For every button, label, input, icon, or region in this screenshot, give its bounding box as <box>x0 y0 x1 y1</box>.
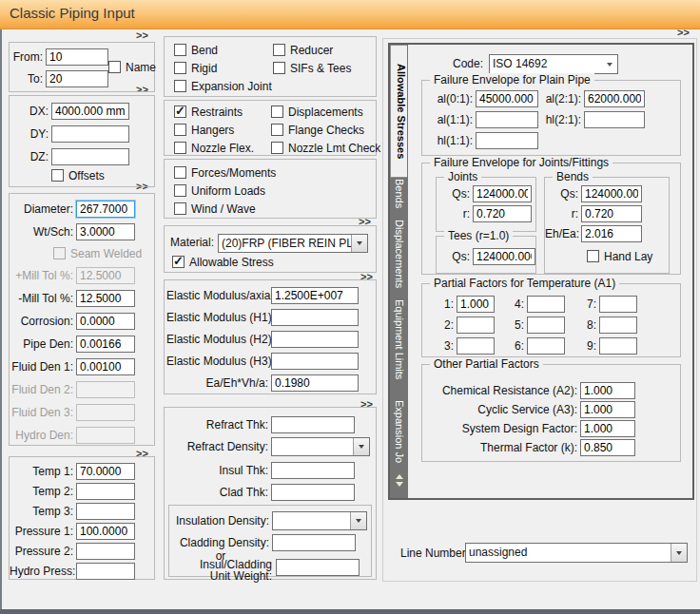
offsets-checkbox-row[interactable]: Offsets <box>51 169 105 182</box>
1-input[interactable] <box>457 296 495 313</box>
r-input[interactable] <box>581 205 642 222</box>
al-2-1-input[interactable] <box>584 90 645 107</box>
5-input[interactable] <box>527 317 565 334</box>
wt-sch-label: Wt/Sch: <box>10 225 76 239</box>
line-number-select[interactable]: unassigned <box>465 543 688 563</box>
pressure-2-input[interactable] <box>76 543 135 560</box>
dropdown-arrow-icon[interactable] <box>350 512 366 529</box>
insulation-density-select[interactable] <box>272 511 367 530</box>
9-input[interactable] <box>599 337 637 355</box>
hangers-checkbox-row[interactable]: Hangers <box>174 124 254 136</box>
unit-weight-input[interactable] <box>276 559 360 576</box>
2-input[interactable] <box>457 317 495 334</box>
plain-pipe-title: Failure Envelope for Plain Pipe <box>430 73 594 86</box>
mill-tol-input[interactable] <box>76 290 135 307</box>
chemical-resistance-a2-input[interactable] <box>580 382 635 399</box>
bend-checkbox-row[interactable]: Bend <box>174 44 272 56</box>
qs-input[interactable] <box>581 185 642 202</box>
dropdown-arrow-icon[interactable] <box>351 235 367 252</box>
tab-equipment-limits[interactable]: Equipment Limits <box>394 299 405 379</box>
tab-bends[interactable]: Bends <box>394 179 405 208</box>
expand-chevron-right[interactable]: >> <box>677 27 690 38</box>
allowable-stress-checkbox-row[interactable]: Allowable Stress <box>172 256 274 268</box>
name-checkbox-row[interactable]: Name <box>108 61 156 73</box>
elastic-modulus-h3-input[interactable] <box>271 353 359 370</box>
restraints-checkbox-row[interactable]: Restraints <box>174 106 254 118</box>
thermal-factor-k-input[interactable] <box>580 439 635 456</box>
7-input[interactable] <box>599 296 637 313</box>
elastic-modulus-axial-input[interactable] <box>271 287 359 304</box>
qs-input[interactable] <box>473 248 535 265</box>
wt-sch-input[interactable] <box>76 223 135 240</box>
qs-input[interactable] <box>473 185 532 202</box>
modulus-rows: Elastic Modulus/axial:Elastic Modulus (H… <box>166 287 359 392</box>
scroll-down-icon[interactable] <box>396 482 403 487</box>
dx-input[interactable] <box>51 103 129 120</box>
dy-row: DY: <box>11 125 129 143</box>
from-input[interactable] <box>46 48 108 66</box>
insul-thk-input[interactable] <box>271 462 355 479</box>
hl-2-1-input[interactable] <box>584 111 645 128</box>
temp-2-input[interactable] <box>76 483 135 500</box>
nozzle-flex-checkbox-row[interactable]: Nozzle Flex. <box>174 142 254 154</box>
dropdown-arrow-icon[interactable] <box>671 544 687 562</box>
ea-eh-vh-a-input[interactable] <box>271 374 359 392</box>
nozzle-lmt-check-checkbox-row[interactable]: Nozzle Lmt Check <box>271 142 380 154</box>
rigid-checkbox-row[interactable]: Rigid <box>174 62 272 74</box>
dropdown-arrow-icon[interactable] <box>602 55 617 73</box>
insulation-group: Refract Thk: Refract Density: Insul Thk:… <box>164 407 377 580</box>
dropdown-arrow-icon[interactable] <box>353 438 369 455</box>
pipe-den-input[interactable] <box>76 336 135 353</box>
scroll-up-icon[interactable] <box>396 474 403 479</box>
qs-row: Qs: <box>545 185 642 202</box>
refract-density-select[interactable] <box>271 437 370 456</box>
displacements-checkbox-row[interactable]: Displacements <box>271 106 380 118</box>
elastic-modulus-h1-input[interactable] <box>271 309 359 326</box>
refract-thk-input[interactable] <box>271 416 355 433</box>
cyclic-service-a3-input[interactable] <box>580 401 635 418</box>
uniform-loads-checkbox-row[interactable]: Uniform Loads <box>174 184 276 197</box>
6-input[interactable] <box>527 337 565 355</box>
r-input[interactable] <box>473 205 532 222</box>
cladding-density-input[interactable] <box>272 534 356 551</box>
clad-thk-input[interactable] <box>271 484 355 501</box>
material-select[interactable]: (20)FRP (FIBER REIN PLAS <box>218 234 368 253</box>
to-input[interactable] <box>46 70 108 87</box>
tab-displacements[interactable]: Displacements <box>394 220 405 288</box>
hl-1-1-input[interactable] <box>476 132 538 149</box>
fluid-den-3-input <box>76 404 135 421</box>
fluid-den-1-input[interactable] <box>76 358 135 375</box>
hydro-press-input[interactable] <box>76 563 135 580</box>
temp-1-input[interactable] <box>76 463 135 480</box>
al-1-1-input[interactable] <box>476 111 538 128</box>
cyclic-service-a3-row: Cyclic Service (A3): <box>428 401 635 418</box>
code-select[interactable]: ISO 14692 <box>489 54 618 74</box>
expand-chevron-node[interactable]: >> <box>136 29 148 41</box>
forces-moments-checkbox-row[interactable]: Forces/Moments <box>174 166 276 179</box>
reducer-checkbox-row[interactable]: Reducer <box>273 44 351 56</box>
dy-input[interactable] <box>51 125 129 143</box>
3-input[interactable] <box>457 337 495 355</box>
8-input[interactable] <box>599 317 637 334</box>
system-design-factor-input[interactable] <box>580 420 635 437</box>
corrosion-input[interactable] <box>76 313 135 330</box>
flange-checks-checkbox-row[interactable]: Flange Checks <box>271 124 380 136</box>
elastic-modulus-h1-label: Elastic Modulus (H1): <box>166 311 271 324</box>
temp-3-input[interactable] <box>76 503 135 520</box>
elastic-modulus-h2-input[interactable] <box>271 331 359 348</box>
tab-expansion-joints[interactable]: Expansion Jo <box>394 400 405 463</box>
eh-ea-input[interactable] <box>581 225 642 242</box>
dz-input[interactable] <box>51 148 129 165</box>
diameter-input[interactable] <box>76 201 135 218</box>
wind-wave-checkbox-row[interactable]: Wind / Wave <box>174 202 276 215</box>
expansion-joint-checkbox-row[interactable]: Expansion Joint <box>174 80 272 92</box>
al-0-1-input[interactable] <box>476 90 538 107</box>
window-titlebar[interactable]: Classic Piping Input <box>0 0 700 29</box>
hand-lay-checkbox-row[interactable]: Hand Lay <box>587 250 652 262</box>
pressure-1-input[interactable] <box>76 523 135 540</box>
nozzle-flex-label: Nozzle Flex. <box>191 142 254 155</box>
insul-thk-label: Insul Thk: <box>166 464 271 477</box>
4-input[interactable] <box>527 296 565 313</box>
tab-allowable-stresses[interactable]: Allowable Stresses <box>390 45 407 178</box>
sifs-tees-checkbox-row[interactable]: SIFs & Tees <box>273 62 351 74</box>
